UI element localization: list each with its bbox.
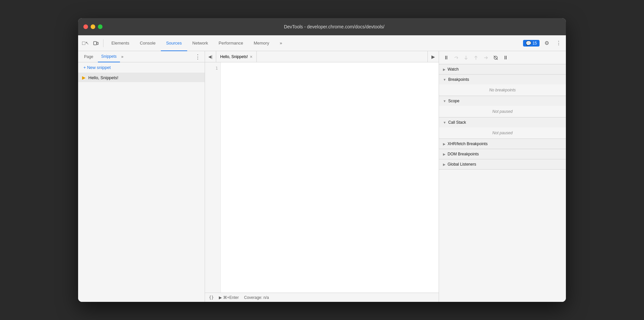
minimize-button[interactable] — [91, 24, 95, 29]
section-xhr-header[interactable]: XHR/fetch Breakpoints — [439, 139, 566, 149]
section-xhr-breakpoints: XHR/fetch Breakpoints — [439, 139, 566, 149]
pause-button[interactable]: ⏸ — [442, 53, 451, 62]
snippet-file-icon: ▶ — [82, 75, 86, 80]
debugger-toolbar: ⏸ — [439, 51, 566, 64]
step-into-button[interactable] — [461, 53, 471, 62]
scope-content: Not paused — [439, 106, 566, 117]
deactivate-breakpoints-icon[interactable] — [491, 53, 500, 62]
section-breakpoints-header[interactable]: Breakpoints — [439, 75, 566, 84]
devtools-window: DevTools - developer.chrome.com/docs/dev… — [78, 18, 566, 302]
more-options-icon[interactable]: ⋮ — [554, 39, 563, 48]
run-snippet-icon[interactable]: ▶ — [427, 51, 439, 62]
svg-rect-0 — [94, 42, 97, 45]
pause-on-exceptions-icon[interactable]: ⏸ — [501, 53, 510, 62]
step-button[interactable] — [481, 53, 490, 62]
editor-area: 1 — [205, 62, 439, 293]
code-editor[interactable] — [221, 62, 439, 293]
coverage-label: Coverage: n/a — [244, 295, 269, 300]
tab-performance[interactable]: Performance — [213, 35, 248, 51]
editor-tabs: ◀| Hello, Snippets! × ▶ — [205, 51, 439, 62]
tab-snippets[interactable]: Snippets — [98, 51, 120, 62]
section-scope: Scope Not paused — [439, 96, 566, 117]
main-content: Page Snippets » ⋮ + New snippet ▶ H — [78, 51, 566, 302]
panel-menu-icon[interactable]: ⋮ — [193, 53, 202, 60]
section-call-stack: Call Stack Not paused — [439, 117, 566, 139]
watch-arrow-icon — [443, 68, 446, 71]
section-global-listeners: Global Listeners — [439, 159, 566, 170]
line-numbers: 1 — [205, 62, 221, 293]
section-scope-header[interactable]: Scope — [439, 96, 566, 106]
device-icon[interactable] — [91, 39, 101, 48]
tab-sources[interactable]: Sources — [161, 35, 187, 51]
debugger-sections: Watch Breakpoints No breakpoints Scope — [439, 64, 566, 302]
xhr-arrow-icon — [443, 142, 446, 146]
section-watch-header[interactable]: Watch — [439, 64, 566, 74]
tab-more[interactable]: » — [275, 35, 287, 51]
section-call-stack-header[interactable]: Call Stack — [439, 117, 566, 127]
panel-tabs: Page Snippets » ⋮ — [78, 51, 205, 62]
close-button[interactable] — [83, 24, 88, 29]
svg-rect-1 — [97, 42, 98, 45]
main-toolbar: ⬜︎↖ Elements Console Sources Network Per… — [78, 35, 566, 51]
section-dom-breakpoints: DOM Breakpoints — [439, 149, 566, 159]
panel-tab-more[interactable]: » — [121, 54, 124, 59]
step-out-button[interactable] — [471, 53, 481, 62]
dom-arrow-icon — [443, 152, 446, 156]
format-icon[interactable]: {} — [209, 295, 214, 300]
breakpoints-content: No breakpoints — [439, 84, 566, 96]
editor-tab-hello-snippets[interactable]: Hello, Snippets! × — [216, 51, 257, 62]
tab-page[interactable]: Page — [81, 51, 97, 62]
notification-badge[interactable]: 💬 15 — [523, 40, 540, 47]
settings-icon[interactable]: ⚙ — [542, 39, 551, 48]
svg-line-5 — [494, 56, 498, 60]
titlebar: DevTools - developer.chrome.com/docs/dev… — [78, 18, 566, 35]
snippet-name: Hello, Snippets! — [88, 75, 118, 80]
global-arrow-icon — [443, 163, 446, 166]
section-global-header[interactable]: Global Listeners — [439, 159, 566, 169]
section-dom-header[interactable]: DOM Breakpoints — [439, 149, 566, 159]
call-stack-content: Not paused — [439, 127, 566, 139]
step-over-button[interactable] — [452, 53, 461, 62]
tab-memory[interactable]: Memory — [249, 35, 275, 51]
line-number-1: 1 — [216, 65, 218, 72]
call-stack-arrow-icon — [443, 121, 446, 124]
traffic-lights — [83, 24, 102, 29]
editor-statusbar: {} ▶ ⌘+Enter Coverage: n/a — [205, 293, 439, 302]
left-panel: Page Snippets » ⋮ + New snippet ▶ H — [78, 51, 205, 302]
toolbar-right: 💬 15 ⚙ ⋮ — [523, 39, 563, 48]
breakpoints-arrow-icon — [443, 78, 446, 81]
separator — [103, 39, 103, 47]
snippet-list-item[interactable]: ▶ Hello, Snippets! — [78, 73, 205, 82]
center-panel: ◀| Hello, Snippets! × ▶ 1 {} ▶ ⌘ — [205, 51, 439, 302]
tab-console[interactable]: Console — [134, 35, 161, 51]
run-shortcut[interactable]: ▶ ⌘+Enter — [219, 295, 239, 300]
window-title: DevTools - developer.chrome.com/docs/dev… — [108, 24, 561, 29]
tab-bar: Elements Console Sources Network Perform… — [106, 35, 522, 51]
section-breakpoints: Breakpoints No breakpoints — [439, 75, 566, 96]
section-watch: Watch — [439, 64, 566, 75]
scope-arrow-icon — [443, 99, 446, 103]
maximize-button[interactable] — [98, 24, 102, 29]
sidebar-toggle-icon[interactable]: ◀| — [205, 51, 216, 62]
new-snippet-button[interactable]: + New snippet — [78, 62, 205, 73]
right-panel: ⏸ — [439, 51, 566, 302]
tab-network[interactable]: Network — [187, 35, 214, 51]
cursor-icon[interactable]: ⬜︎↖ — [81, 39, 90, 48]
tab-close-icon[interactable]: × — [250, 54, 252, 59]
tab-elements[interactable]: Elements — [106, 35, 134, 51]
